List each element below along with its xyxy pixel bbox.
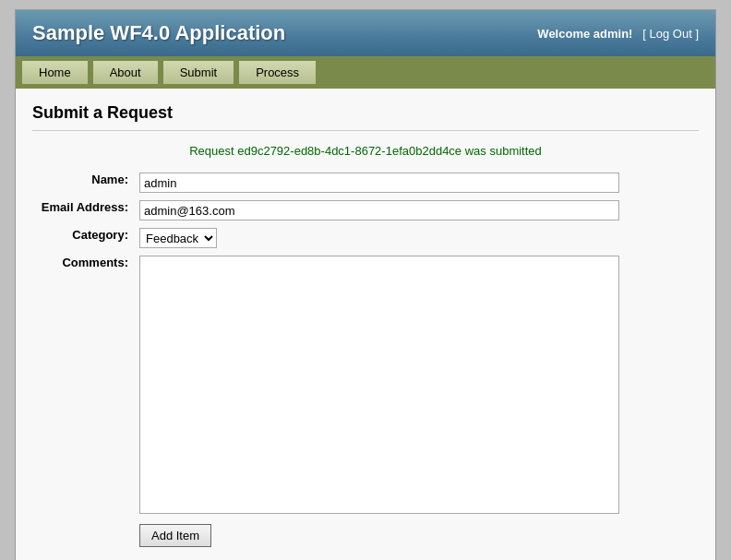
name-row: Name: [32, 169, 699, 197]
welcome-text: Welcome [537, 27, 593, 41]
email-input[interactable] [139, 200, 619, 220]
category-select[interactable]: Feedback Bug Feature [139, 228, 217, 248]
main-content: Submit a Request Request ed9c2792-ed8b-4… [16, 89, 715, 560]
add-item-row: Add Item [32, 520, 699, 551]
comments-label: Comments: [32, 252, 134, 520]
divider [32, 130, 699, 131]
nav-process[interactable]: Process [238, 60, 317, 85]
navbar: Home About Submit Process [16, 56, 715, 89]
header-welcome: Welcome admin! [ Log Out ] [537, 27, 699, 41]
name-input[interactable] [139, 173, 619, 193]
welcome-suffix: ! [629, 27, 632, 41]
page-heading: Submit a Request [32, 103, 699, 123]
header: Sample WF4.0 Application Welcome admin! … [16, 10, 715, 56]
category-row: Category: Feedback Bug Feature [32, 224, 699, 252]
form-table: Name: Email Address: Category: [32, 169, 699, 551]
category-label: Category: [32, 224, 134, 252]
email-row: Email Address: [32, 197, 699, 224]
name-cell [134, 169, 699, 197]
username-text: admin [593, 27, 629, 41]
name-label: Name: [32, 169, 134, 197]
nav-home[interactable]: Home [21, 60, 89, 85]
comments-textarea[interactable] [139, 256, 619, 514]
nav-submit[interactable]: Submit [162, 60, 234, 85]
email-cell [134, 197, 699, 224]
add-item-label-cell [32, 520, 134, 551]
add-item-cell: Add Item [134, 520, 699, 551]
nav-about[interactable]: About [92, 60, 159, 85]
comments-cell [134, 252, 699, 520]
app-wrapper: Sample WF4.0 Application Welcome admin! … [15, 9, 716, 560]
success-message: Request ed9c2792-ed8b-4dc1-8672-1efa0b2d… [32, 144, 699, 158]
app-title: Sample WF4.0 Application [32, 21, 285, 45]
logout-link[interactable]: [ Log Out ] [642, 27, 699, 41]
category-cell: Feedback Bug Feature [134, 224, 699, 252]
comments-row: Comments: [32, 252, 699, 520]
add-item-button[interactable]: Add Item [139, 524, 211, 547]
email-label: Email Address: [32, 197, 134, 224]
